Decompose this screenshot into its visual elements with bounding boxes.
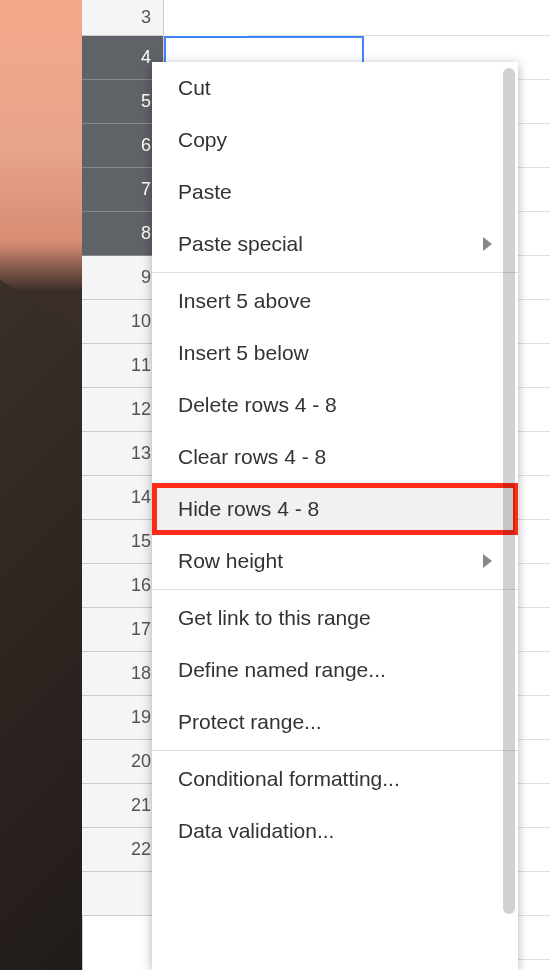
menu-item-insert-below[interactable]: Insert 5 below [152, 327, 518, 379]
menu-item-named-range[interactable]: Define named range... [152, 644, 518, 696]
menu-item-data-validation[interactable]: Data validation... [152, 805, 518, 857]
menu-item-paste-special[interactable]: Paste special [152, 218, 518, 270]
context-menu: Cut Copy Paste Paste special Insert 5 ab… [152, 62, 518, 970]
chevron-right-icon [483, 237, 492, 251]
menu-divider [152, 272, 518, 273]
menu-item-get-link[interactable]: Get link to this range [152, 592, 518, 644]
menu-divider [152, 589, 518, 590]
menu-item-copy[interactable]: Copy [152, 114, 518, 166]
menu-label: Paste special [178, 232, 303, 256]
menu-item-conditional-formatting[interactable]: Conditional formatting... [152, 753, 518, 805]
menu-item-hide-rows[interactable]: Hide rows 4 - 8 [152, 483, 518, 535]
scrollbar-thumb[interactable] [503, 68, 515, 914]
menu-item-clear-rows[interactable]: Clear rows 4 - 8 [152, 431, 518, 483]
menu-label: Row height [178, 549, 283, 573]
row-header[interactable]: 3 [82, 0, 164, 36]
menu-item-cut[interactable]: Cut [152, 62, 518, 114]
menu-item-protect-range[interactable]: Protect range... [152, 696, 518, 748]
menu-item-insert-above[interactable]: Insert 5 above [152, 275, 518, 327]
menu-item-row-height[interactable]: Row height [152, 535, 518, 587]
chevron-right-icon [483, 554, 492, 568]
menu-item-delete-rows[interactable]: Delete rows 4 - 8 [152, 379, 518, 431]
menu-divider [152, 750, 518, 751]
menu-item-paste[interactable]: Paste [152, 166, 518, 218]
scrollbar-track[interactable] [503, 68, 515, 964]
